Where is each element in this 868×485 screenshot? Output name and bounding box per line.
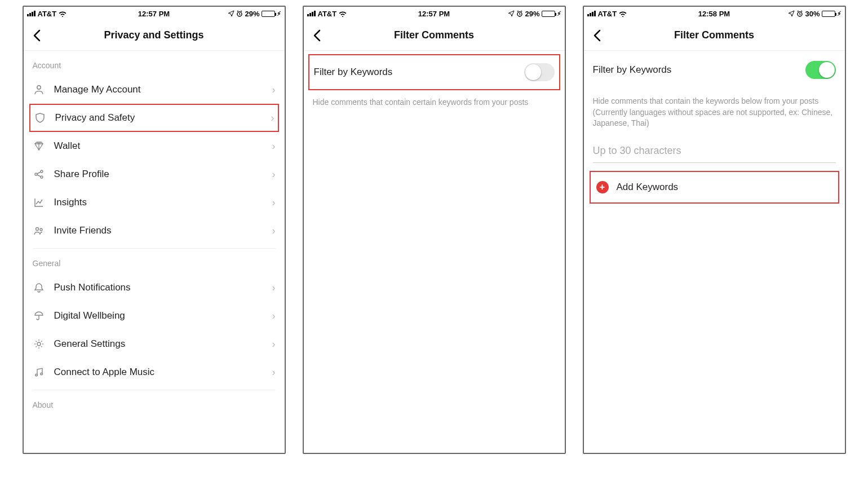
battery-icon <box>822 11 835 17</box>
battery-icon <box>262 11 275 17</box>
carrier-label: AT&T <box>598 10 617 18</box>
filter-description: Hide comments that contain certain keywo… <box>304 90 565 108</box>
signal-icon <box>307 11 316 16</box>
chevron-right-icon: › <box>272 338 276 350</box>
section-header-account: Account <box>24 51 285 76</box>
filter-toggle[interactable] <box>805 61 836 79</box>
row-insights[interactable]: Insights › <box>24 188 285 217</box>
row-label: Connect to Apple Music <box>54 367 263 378</box>
people-icon <box>33 224 45 237</box>
battery-percent: 29% <box>245 10 259 18</box>
location-icon <box>508 10 515 17</box>
carrier-label: AT&T <box>38 10 57 18</box>
nav-header: Privacy and Settings <box>24 20 285 51</box>
svg-point-2 <box>35 173 37 175</box>
svg-point-4 <box>41 176 43 178</box>
row-filter-keywords: Filter by Keywords <box>584 51 845 89</box>
filter-toggle[interactable] <box>524 63 555 81</box>
row-filter-keywords: Filter by Keywords <box>308 54 560 90</box>
gear-icon <box>33 338 45 350</box>
svg-point-9 <box>40 373 42 375</box>
battery-icon <box>542 11 555 17</box>
chevron-right-icon: › <box>272 225 276 237</box>
svg-point-5 <box>36 228 38 231</box>
signal-icon <box>27 11 36 16</box>
page-title: Filter Comments <box>394 29 474 41</box>
charging-icon: ⚡︎ <box>557 10 561 17</box>
chevron-right-icon: › <box>272 140 276 152</box>
svg-point-7 <box>37 342 41 346</box>
umbrella-icon <box>33 310 45 322</box>
row-manage-account[interactable]: Manage My Account › <box>24 76 285 104</box>
row-label: Digital Wellbeing <box>54 310 263 321</box>
section-header-general: General <box>24 249 285 274</box>
back-button[interactable] <box>30 27 43 44</box>
charging-icon: ⚡︎ <box>837 10 842 17</box>
share-icon <box>33 168 45 180</box>
row-label: Share Profile <box>54 169 263 180</box>
alarm-icon <box>236 10 243 17</box>
shield-icon <box>34 112 46 124</box>
row-invite-friends[interactable]: Invite Friends › <box>24 217 285 245</box>
person-icon <box>33 83 45 96</box>
filter-label: Filter by Keywords <box>593 64 672 76</box>
filter-description: Hide comments that contain the keywords … <box>584 89 845 129</box>
row-label: Privacy and Safety <box>55 112 262 124</box>
wifi-icon <box>619 11 627 17</box>
svg-point-8 <box>35 374 37 376</box>
wifi-icon <box>59 11 67 17</box>
back-button[interactable] <box>311 27 323 44</box>
screen-filter-comments-on: AT&T 12:58 PM 30% ⚡︎ Filter Comments Fil… <box>583 6 846 454</box>
chevron-right-icon: › <box>272 84 276 96</box>
row-apple-music[interactable]: Connect to Apple Music › <box>24 358 285 386</box>
chevron-right-icon: › <box>272 169 276 180</box>
chevron-right-icon: › <box>271 112 274 124</box>
row-label: Push Notifications <box>54 282 263 293</box>
page-title: Privacy and Settings <box>104 29 203 41</box>
keyword-input-area[interactable]: Up to 30 characters <box>593 145 836 163</box>
row-wallet[interactable]: Wallet › <box>24 132 285 160</box>
svg-point-6 <box>40 228 42 231</box>
row-share-profile[interactable]: Share Profile › <box>24 160 285 188</box>
filter-label: Filter by Keywords <box>314 67 393 78</box>
row-push-notifications[interactable]: Push Notifications › <box>24 274 285 302</box>
chevron-right-icon: › <box>272 197 276 209</box>
svg-point-3 <box>41 170 43 173</box>
add-keywords-label: Add Keywords <box>617 182 679 193</box>
battery-percent: 30% <box>805 10 820 18</box>
charging-icon: ⚡︎ <box>277 10 281 17</box>
alarm-icon <box>796 10 803 17</box>
row-label: General Settings <box>54 338 263 350</box>
nav-header: Filter Comments <box>304 20 565 51</box>
row-privacy-safety[interactable]: Privacy and Safety › <box>29 104 279 132</box>
location-icon <box>788 10 795 17</box>
music-icon <box>33 366 45 378</box>
back-button[interactable] <box>591 27 603 44</box>
nav-header: Filter Comments <box>584 20 845 51</box>
signal-icon <box>587 11 596 16</box>
battery-percent: 29% <box>525 10 539 18</box>
diamond-icon <box>33 140 45 152</box>
plus-icon: + <box>596 181 609 193</box>
screen-privacy-settings: AT&T 12:57 PM 29% ⚡︎ Privacy and Setting… <box>23 6 286 454</box>
row-digital-wellbeing[interactable]: Digital Wellbeing › <box>24 302 285 330</box>
wifi-icon <box>339 11 347 17</box>
page-title: Filter Comments <box>674 29 754 41</box>
bell-icon <box>33 281 45 294</box>
svg-point-1 <box>37 86 40 89</box>
alarm-icon <box>516 10 523 17</box>
row-general-settings[interactable]: General Settings › <box>24 330 285 358</box>
carrier-label: AT&T <box>318 10 337 18</box>
add-keywords-button[interactable]: + Add Keywords <box>590 171 839 204</box>
section-header-about: About <box>24 390 285 415</box>
location-icon <box>228 10 234 17</box>
chevron-right-icon: › <box>272 367 276 378</box>
row-label: Manage My Account <box>54 84 263 95</box>
status-bar: AT&T 12:58 PM 30% ⚡︎ <box>584 7 845 20</box>
row-label: Insights <box>54 197 263 208</box>
row-label: Wallet <box>54 140 263 152</box>
screen-filter-comments-off: AT&T 12:57 PM 29% ⚡︎ Filter Comments Fil… <box>303 6 566 454</box>
status-bar: AT&T 12:57 PM 29% ⚡︎ <box>24 7 285 20</box>
chevron-right-icon: › <box>272 310 276 322</box>
row-label: Invite Friends <box>54 225 263 236</box>
